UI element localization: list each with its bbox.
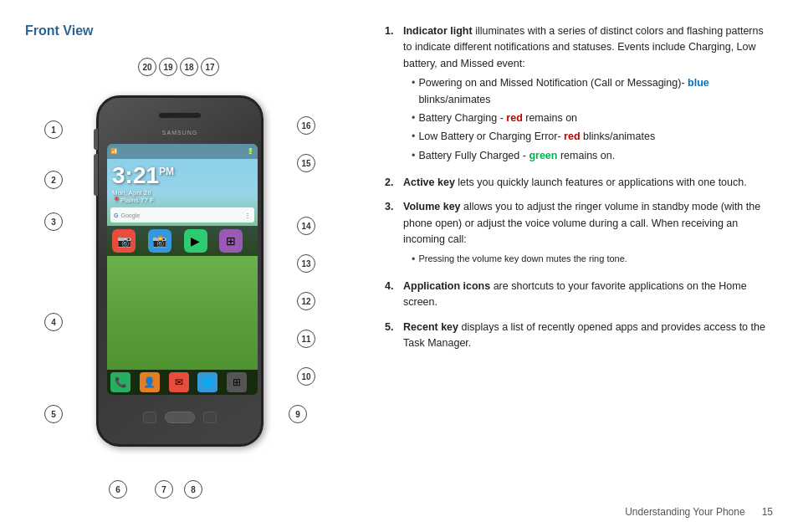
list-content-1: Indicator light illuminates with a serie… [403,23,773,166]
nav-apps: ⊞ [227,372,247,392]
list-num-4: 4. [385,279,398,311]
red-text-charging: red [506,112,522,124]
nav-phone: 📞 [110,372,130,392]
desc-bullets-3: Pressing the volume key down mutes the r… [403,252,773,268]
desc-bullets-1: Powering on and Missed Notification (Cal… [403,75,773,164]
descriptions-list: 1. Indicator light illuminates with a se… [385,23,773,351]
list-content-4: Application icons are shortcuts to your … [403,279,773,311]
app-icons-grid: 📷 📸 ▶ ⊞ [107,226,258,256]
callout-11: 11 [297,330,315,348]
back-btn [203,412,217,423]
callout-12: 12 [297,292,315,310]
callout-18: 18 [180,58,198,76]
desc-bold-5: Recent key [403,321,458,333]
callout-9: 9 [289,405,307,423]
phone-screen: 📶 🔋 3:21PM Mon, April 28 📍Plains 77 F G [107,144,258,395]
list-content-3: Volume key allows you to adjust the ring… [403,199,773,270]
desc-text-2: lets you quickly launch features or appl… [458,176,746,188]
left-panel: Front View 20 19 18 17 SAMSUNG 📶 🔋 [0,0,368,532]
bottom-nav-bar: 📞 👤 ✉ 🌐 ⊞ [107,370,258,395]
desc-bold-1: Indicator light [403,25,473,37]
list-content-5: Recent key displays a list of recently o… [403,320,773,352]
red-text-low: red [564,130,580,142]
volume-key-button [94,154,98,196]
footer-page-number: 15 [762,504,773,520]
list-num-2: 2. [385,175,398,191]
bullet-1-4: Battery Fully Charged - green remains on… [412,148,773,164]
callout-1: 1 [44,120,63,139]
nav-browser: 🌐 [197,372,217,392]
phone-date: Mon, April 28 [107,189,258,197]
callout-15: 15 [297,154,315,172]
app-icon-3: ▶ [184,229,207,253]
list-num-5: 5. [385,320,398,352]
callout-13: 13 [297,254,315,273]
phone-body: SAMSUNG 📶 🔋 3:21PM Mon, April 28 [96,95,263,447]
callout-16: 16 [297,116,315,135]
desc-item-2: 2. Active key lets you quickly launch fe… [385,175,773,191]
phone-brand: SAMSUNG [162,130,197,136]
desc-bold-2: Active key [403,176,455,188]
google-bar: G Google ⋮ [110,207,254,223]
app-icon-1: 📷 [112,229,136,253]
phone-screen-content: 📶 🔋 3:21PM Mon, April 28 📍Plains 77 F G [107,144,258,395]
phone-speaker [159,113,201,118]
desc-item-1: 1. Indicator light illuminates with a se… [385,23,773,166]
desc-bold-3: Volume key [403,201,461,212]
callout-14: 14 [297,217,315,235]
callout-19: 19 [159,58,177,76]
blue-text: blue [688,77,709,89]
list-content-2: Active key lets you quickly launch featu… [403,175,773,191]
home-area [143,412,217,423]
desc-bold-4: Application icons [403,280,490,292]
bullet-text: Battery Fully Charged - green remains on… [418,148,615,164]
bullet-1-3: Low Battery or Charging Error- red blink… [412,129,773,145]
active-key-button [94,129,98,150]
footer-text: Understanding Your Phone [625,504,744,520]
bullet-1-2: Battery Charging - red remains on [412,110,773,126]
green-text: green [529,150,557,161]
bullet-text: Low Battery or Charging Error- red blink… [418,129,655,145]
footer: Understanding Your Phone 15 [625,504,773,520]
list-num-1: 1. [385,23,398,166]
right-panel: 1. Indicator light illuminates with a se… [368,0,798,532]
bullet-3-1: Pressing the volume key down mutes the r… [412,252,773,268]
callout-4: 4 [44,313,63,331]
callout-20: 20 [138,58,156,76]
bullet-text: Pressing the volume key down mutes the r… [418,252,627,268]
app-icon-4: ⊞ [219,229,243,253]
phone-location: 📍Plains 77 F [107,197,258,204]
desc-item-4: 4. Application icons are shortcuts to yo… [385,279,773,311]
callout-7: 7 [155,480,173,499]
status-bar: 📶 🔋 [107,144,258,159]
nav-email: ✉ [169,372,189,392]
callout-3: 3 [44,212,63,231]
recent-btn [143,412,156,423]
callout-17: 17 [201,58,219,76]
desc-item-3: 3. Volume key allows you to adjust the r… [385,199,773,270]
list-num-3: 3. [385,199,398,270]
app-icon-2: 📸 [148,229,171,253]
bullet-text: Battery Charging - red remains on [418,110,577,126]
section-title: Front View [25,23,351,38]
desc-item-5: 5. Recent key displays a list of recentl… [385,320,773,352]
nav-contacts: 👤 [140,372,160,392]
bullet-text: Powering on and Missed Notification (Cal… [418,75,773,108]
callout-5: 5 [44,405,63,423]
callout-6: 6 [109,480,127,499]
phone-time: 3:21PM [107,159,258,189]
phone-diagram: 20 19 18 17 SAMSUNG 📶 🔋 3:21PM [29,54,347,522]
callout-8: 8 [184,480,202,499]
home-btn [165,412,195,423]
bullet-1-1: Powering on and Missed Notification (Cal… [412,75,773,108]
callout-10: 10 [297,367,315,386]
callout-2: 2 [44,171,63,189]
